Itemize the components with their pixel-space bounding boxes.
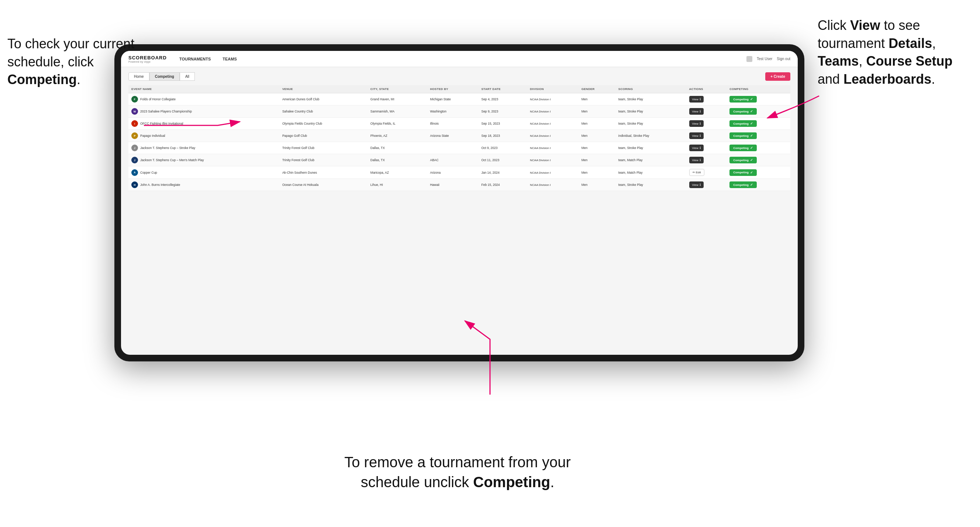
info-icon: ℹ [700, 110, 701, 113]
col-event-name: EVENT NAME [129, 85, 279, 93]
team-logo: J [131, 144, 138, 151]
event-name: 2023 Sahalee Players Championship [140, 110, 192, 113]
view-button[interactable]: View ℹ [689, 96, 704, 103]
start-date: Feb 15, 2024 [478, 179, 527, 191]
check-icon: ✓ [750, 146, 753, 150]
table-row: JJackson T. Stephens Cup – Men's Match P… [129, 154, 790, 166]
scoring: team, Stroke Play [616, 179, 686, 191]
division: NCAA Division I [527, 117, 578, 130]
scoring: team, Match Play [616, 166, 686, 179]
gender: Men [579, 154, 616, 166]
event-name-cell: W2023 Sahalee Players Championship [129, 105, 279, 117]
view-button[interactable]: View ℹ [689, 120, 704, 127]
competing-button[interactable]: Competing ✓ [729, 108, 757, 115]
tabs-row: Home Competing All + Create [129, 72, 790, 81]
nav-signout[interactable]: Sign out [777, 57, 790, 61]
info-icon: ℹ [700, 134, 701, 138]
division: NCAA Division I [527, 130, 578, 142]
check-icon: ✓ [750, 110, 753, 113]
edit-button[interactable]: ✏ Edit [689, 169, 705, 176]
event-name: Jackson T. Stephens Cup – Stroke Play [140, 146, 195, 150]
scoring: team, Stroke Play [616, 117, 686, 130]
scoring: team, Stroke Play [616, 105, 686, 117]
gender: Men [579, 142, 616, 154]
competing-button[interactable]: Competing ✓ [729, 96, 757, 103]
col-gender: GENDER [579, 85, 616, 93]
tournaments-table: EVENT NAME VENUE CITY, STATE HOSTED BY S… [129, 85, 790, 191]
annotation-bottom: To remove a tournament from your schedul… [317, 452, 598, 492]
competing-button[interactable]: Competing ✓ [729, 181, 757, 188]
table-row: W2023 Sahalee Players ChampionshipSahale… [129, 105, 790, 117]
venue: Trinity Forest Golf Club [279, 142, 368, 154]
city-state: Dallas, TX [368, 142, 427, 154]
team-logo: H [131, 181, 138, 188]
division: NCAA Division I [527, 179, 578, 191]
competing-button[interactable]: Competing ✓ [729, 132, 757, 139]
competing-cell: Competing ✓ [727, 179, 790, 191]
competing-button[interactable]: Competing ✓ [729, 169, 757, 176]
table-row: PPapago IndividualPapago Golf ClubPhoeni… [129, 130, 790, 142]
check-icon: ✓ [750, 97, 753, 101]
table-row: HJohn A. Burns IntercollegiateOcean Cour… [129, 179, 790, 191]
competing-button[interactable]: Competing ✓ [729, 157, 757, 163]
actions-cell: View ℹ [686, 117, 727, 130]
view-button[interactable]: View ℹ [689, 157, 704, 163]
scoring: individual, Stroke Play [616, 130, 686, 142]
competing-button[interactable]: Competing ✓ [729, 120, 757, 127]
nav-tournaments[interactable]: TOURNAMENTS [178, 57, 212, 61]
annotation-top-right-text: Click View to see tournament Details, Te… [818, 18, 952, 87]
venue: Trinity Forest Golf Club [279, 154, 368, 166]
info-icon: ℹ [700, 97, 701, 101]
event-name: OFCC Fighting Illini Invitational [140, 122, 183, 125]
event-name: Folds of Honor Collegiate [140, 97, 176, 101]
tab-all[interactable]: All [180, 72, 195, 81]
actions-cell: ✏ Edit [686, 166, 727, 179]
start-date: Jan 14, 2024 [478, 166, 527, 179]
event-name: John A. Burns Intercollegiate [140, 183, 180, 187]
venue: Ak-Chin Southern Dunes [279, 166, 368, 179]
team-logo: J [131, 157, 138, 163]
venue: Olympia Fields Country Club [279, 117, 368, 130]
event-name-cell: HJohn A. Burns Intercollegiate [129, 179, 279, 191]
col-hosted-by: HOSTED BY [427, 85, 478, 93]
check-icon: ✓ [750, 122, 753, 125]
view-button[interactable]: View ℹ [689, 132, 704, 139]
competing-button[interactable]: Competing ✓ [729, 144, 757, 151]
view-button[interactable]: View ℹ [689, 181, 704, 188]
event-name-cell: IOFCC Fighting Illini Invitational [129, 117, 279, 130]
team-logo: A [131, 169, 138, 176]
check-icon: ✓ [750, 134, 753, 138]
start-date: Oct 9, 2023 [478, 142, 527, 154]
event-name: Copper Cup [140, 171, 157, 175]
info-icon: ℹ [700, 122, 701, 125]
view-button[interactable]: View ℹ [689, 108, 704, 115]
check-icon: ✓ [750, 183, 753, 187]
gender: Men [579, 93, 616, 105]
city-state: Lihue, HI [368, 179, 427, 191]
competing-cell: Competing ✓ [727, 130, 790, 142]
team-logo: W [131, 108, 138, 115]
annotation-top-left-text: To check your current schedule, click Co… [7, 36, 134, 87]
check-icon: ✓ [750, 158, 753, 162]
view-button[interactable]: View ℹ [689, 144, 704, 151]
hosted-by [427, 142, 478, 154]
table-row: FFolds of Honor CollegiateAmerican Dunes… [129, 93, 790, 105]
actions-cell: View ℹ [686, 93, 727, 105]
gender: Men [579, 130, 616, 142]
nav-right: Test User Sign out [746, 56, 790, 62]
table-row: ACopper CupAk-Chin Southern DunesMaricop… [129, 166, 790, 179]
actions-cell: View ℹ [686, 179, 727, 191]
table-row: IOFCC Fighting Illini InvitationalOlympi… [129, 117, 790, 130]
scoring: team, Stroke Play [616, 93, 686, 105]
annotation-top-left: To check your current schedule, click Co… [7, 35, 148, 89]
gender: Men [579, 179, 616, 191]
competing-cell: Competing ✓ [727, 117, 790, 130]
nav-teams[interactable]: TEAMS [221, 57, 239, 61]
tab-competing[interactable]: Competing [150, 72, 180, 81]
annotation-bottom-text: To remove a tournament from your schedul… [344, 454, 571, 490]
info-icon: ℹ [700, 158, 701, 162]
annotation-top-right: Click View to see tournament Details, Te… [818, 17, 973, 88]
create-button[interactable]: + Create [765, 72, 790, 81]
event-name-cell: JJackson T. Stephens Cup – Men's Match P… [129, 154, 279, 166]
team-logo: P [131, 132, 138, 139]
